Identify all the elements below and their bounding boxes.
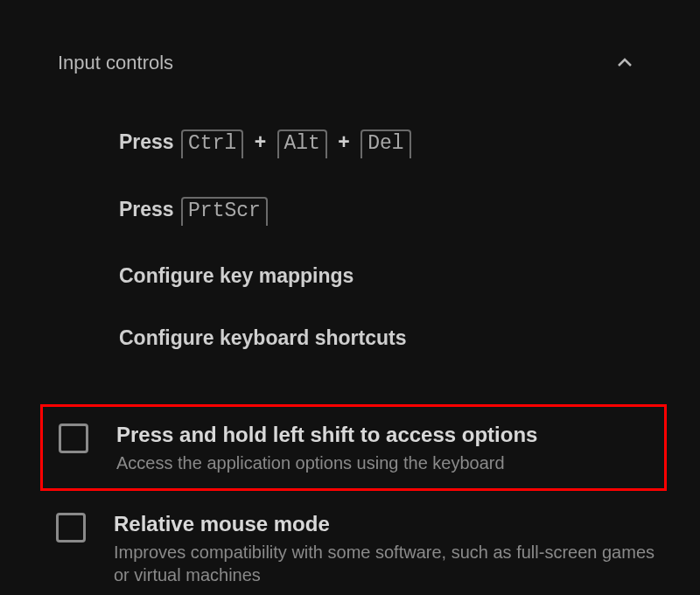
plus-icon: + xyxy=(332,130,355,153)
menu-item-press-prtscr[interactable]: Press PrtScr xyxy=(0,178,700,245)
section-title: Input controls xyxy=(58,52,173,74)
key-prtscr: PrtScr xyxy=(181,197,268,226)
checkbox[interactable] xyxy=(56,513,86,542)
checkbox-description: Improves compatibility with some softwar… xyxy=(114,541,674,586)
menu-list: Press Ctrl + Alt + Del Press PrtScr Conf… xyxy=(0,93,700,595)
key-ctrl: Ctrl xyxy=(181,130,243,158)
checkbox-title: Relative mouse mode xyxy=(114,510,674,537)
key-alt: Alt xyxy=(277,130,327,158)
checkbox-title: Press and hold left shift to access opti… xyxy=(116,421,537,448)
menu-item-configure-key-mappings[interactable]: Configure key mappings xyxy=(0,245,700,307)
menu-label: Configure keyboard shortcuts xyxy=(119,326,406,349)
menu-item-configure-keyboard-shortcuts[interactable]: Configure keyboard shortcuts xyxy=(0,307,700,369)
menu-item-press-ctrl-alt-del[interactable]: Press Ctrl + Alt + Del xyxy=(0,110,700,178)
press-label: Press xyxy=(119,198,179,220)
menu-label: Configure key mappings xyxy=(119,264,354,287)
checkbox[interactable] xyxy=(59,424,88,453)
checkbox-item-relative-mouse[interactable]: Relative mouse mode Improves compatibili… xyxy=(0,496,700,595)
checkbox-text: Press and hold left shift to access opti… xyxy=(116,421,537,474)
press-label: Press xyxy=(119,130,179,153)
plus-icon: + xyxy=(248,130,271,153)
key-del: Del xyxy=(360,130,410,158)
checkbox-description: Access the application options using the… xyxy=(116,452,537,474)
checkbox-item-shift-options[interactable]: Press and hold left shift to access opti… xyxy=(40,404,667,491)
section-header-input-controls[interactable]: Input controls xyxy=(0,0,700,93)
chevron-up-icon xyxy=(612,51,637,75)
checkbox-text: Relative mouse mode Improves compatibili… xyxy=(114,510,674,586)
